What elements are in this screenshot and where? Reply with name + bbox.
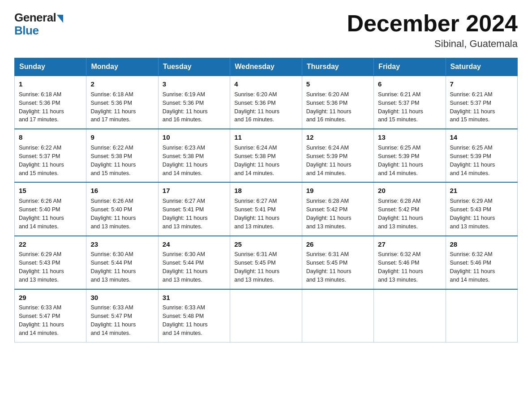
logo: General Blue [14,11,63,38]
day-info: Sunrise: 6:29 AMSunset: 5:43 PMDaylight:… [19,251,64,283]
calendar-cell: 2Sunrise: 6:18 AMSunset: 5:36 PMDaylight… [86,76,158,129]
day-number: 11 [234,133,297,142]
logo-blue-text: Blue [14,24,39,38]
logo-general-text: General [14,11,56,25]
day-number: 19 [306,186,369,196]
day-number: 29 [19,293,82,303]
day-info: Sunrise: 6:19 AMSunset: 5:36 PMDaylight:… [163,91,208,123]
calendar-cell [230,289,302,342]
day-info: Sunrise: 6:33 AMSunset: 5:47 PMDaylight:… [19,304,64,336]
day-number: 10 [163,133,226,142]
calendar-cell [446,289,517,342]
calendar-cell: 7Sunrise: 6:21 AMSunset: 5:37 PMDaylight… [446,76,517,129]
day-info: Sunrise: 6:21 AMSunset: 5:37 PMDaylight:… [378,91,423,123]
calendar-cell: 6Sunrise: 6:21 AMSunset: 5:37 PMDaylight… [374,76,446,129]
calendar-cell: 28Sunrise: 6:32 AMSunset: 5:46 PMDayligh… [446,236,517,289]
day-info: Sunrise: 6:26 AMSunset: 5:40 PMDaylight:… [19,198,64,230]
day-number: 17 [163,186,226,196]
day-info: Sunrise: 6:30 AMSunset: 5:44 PMDaylight:… [163,251,208,283]
day-number: 25 [234,240,297,249]
calendar-header-wednesday: Wednesday [230,58,302,76]
day-number: 15 [19,186,82,196]
calendar-cell [302,289,373,342]
day-number: 6 [378,79,441,89]
day-number: 4 [234,79,297,89]
day-info: Sunrise: 6:32 AMSunset: 5:46 PMDaylight:… [450,251,495,283]
calendar-cell: 5Sunrise: 6:20 AMSunset: 5:36 PMDaylight… [302,76,373,129]
day-number: 16 [90,186,154,196]
calendar-cell: 16Sunrise: 6:26 AMSunset: 5:40 PMDayligh… [86,182,158,235]
calendar-header-friday: Friday [374,58,446,76]
calendar-cell: 3Sunrise: 6:19 AMSunset: 5:36 PMDaylight… [158,76,230,129]
calendar-header-thursday: Thursday [302,58,373,76]
day-number: 24 [163,240,226,249]
day-number: 7 [450,79,513,89]
day-number: 27 [378,240,441,249]
day-number: 5 [306,79,369,89]
calendar-header-monday: Monday [86,58,158,76]
day-info: Sunrise: 6:25 AMSunset: 5:39 PMDaylight:… [450,145,495,176]
calendar-table: SundayMondayTuesdayWednesdayThursdayFrid… [14,58,518,342]
day-info: Sunrise: 6:29 AMSunset: 5:43 PMDaylight:… [450,198,495,230]
day-info: Sunrise: 6:21 AMSunset: 5:37 PMDaylight:… [450,91,495,123]
day-info: Sunrise: 6:25 AMSunset: 5:39 PMDaylight:… [378,145,423,176]
day-number: 3 [163,79,226,89]
calendar-cell: 20Sunrise: 6:28 AMSunset: 5:42 PMDayligh… [374,182,446,235]
day-info: Sunrise: 6:33 AMSunset: 5:47 PMDaylight:… [90,304,136,336]
calendar-header-saturday: Saturday [446,58,517,76]
day-number: 13 [378,133,441,142]
day-number: 20 [378,186,441,196]
day-info: Sunrise: 6:32 AMSunset: 5:46 PMDaylight:… [378,251,423,283]
day-number: 23 [90,240,154,249]
day-number: 28 [450,240,513,249]
calendar-cell: 31Sunrise: 6:33 AMSunset: 5:48 PMDayligh… [158,289,230,342]
day-info: Sunrise: 6:28 AMSunset: 5:42 PMDaylight:… [378,198,423,230]
day-info: Sunrise: 6:31 AMSunset: 5:45 PMDaylight:… [234,251,279,283]
day-number: 26 [306,240,369,249]
day-number: 30 [90,293,154,303]
calendar-cell: 19Sunrise: 6:28 AMSunset: 5:42 PMDayligh… [302,182,373,235]
calendar-cell: 29Sunrise: 6:33 AMSunset: 5:47 PMDayligh… [15,289,86,342]
day-info: Sunrise: 6:26 AMSunset: 5:40 PMDaylight:… [90,198,136,230]
day-info: Sunrise: 6:28 AMSunset: 5:42 PMDaylight:… [306,198,352,230]
calendar-cell: 23Sunrise: 6:30 AMSunset: 5:44 PMDayligh… [86,236,158,289]
calendar-cell: 9Sunrise: 6:22 AMSunset: 5:38 PMDaylight… [86,129,158,182]
calendar-week-1: 1Sunrise: 6:18 AMSunset: 5:36 PMDaylight… [15,76,518,129]
day-info: Sunrise: 6:18 AMSunset: 5:36 PMDaylight:… [90,91,136,123]
day-number: 9 [90,133,154,142]
main-title: December 2024 [347,11,518,36]
calendar-header-sunday: Sunday [15,58,86,76]
day-number: 12 [306,133,369,142]
calendar-cell: 30Sunrise: 6:33 AMSunset: 5:47 PMDayligh… [86,289,158,342]
day-info: Sunrise: 6:30 AMSunset: 5:44 PMDaylight:… [90,251,136,283]
calendar-cell: 8Sunrise: 6:22 AMSunset: 5:37 PMDaylight… [15,129,86,182]
calendar-cell: 11Sunrise: 6:24 AMSunset: 5:38 PMDayligh… [230,129,302,182]
subtitle: Sibinal, Guatemala [347,38,518,50]
calendar-cell [374,289,446,342]
day-info: Sunrise: 6:22 AMSunset: 5:37 PMDaylight:… [19,145,64,176]
calendar-cell: 1Sunrise: 6:18 AMSunset: 5:36 PMDaylight… [15,76,86,129]
calendar-cell: 13Sunrise: 6:25 AMSunset: 5:39 PMDayligh… [374,129,446,182]
calendar-header-tuesday: Tuesday [158,58,230,76]
day-info: Sunrise: 6:27 AMSunset: 5:41 PMDaylight:… [163,198,208,230]
calendar-cell: 10Sunrise: 6:23 AMSunset: 5:38 PMDayligh… [158,129,230,182]
calendar-cell: 24Sunrise: 6:30 AMSunset: 5:44 PMDayligh… [158,236,230,289]
day-number: 18 [234,186,297,196]
calendar-cell: 4Sunrise: 6:20 AMSunset: 5:36 PMDaylight… [230,76,302,129]
calendar-cell: 15Sunrise: 6:26 AMSunset: 5:40 PMDayligh… [15,182,86,235]
day-info: Sunrise: 6:24 AMSunset: 5:38 PMDaylight:… [234,145,279,176]
day-info: Sunrise: 6:33 AMSunset: 5:48 PMDaylight:… [163,304,208,336]
day-number: 2 [90,79,154,89]
day-info: Sunrise: 6:31 AMSunset: 5:45 PMDaylight:… [306,251,352,283]
calendar-cell: 12Sunrise: 6:24 AMSunset: 5:39 PMDayligh… [302,129,373,182]
day-info: Sunrise: 6:27 AMSunset: 5:41 PMDaylight:… [234,198,279,230]
calendar-week-4: 22Sunrise: 6:29 AMSunset: 5:43 PMDayligh… [15,236,518,289]
day-info: Sunrise: 6:24 AMSunset: 5:39 PMDaylight:… [306,145,352,176]
calendar-cell: 27Sunrise: 6:32 AMSunset: 5:46 PMDayligh… [374,236,446,289]
page-header: General Blue December 2024 Sibinal, Guat… [14,11,518,50]
day-number: 21 [450,186,513,196]
calendar-cell: 22Sunrise: 6:29 AMSunset: 5:43 PMDayligh… [15,236,86,289]
calendar-cell: 21Sunrise: 6:29 AMSunset: 5:43 PMDayligh… [446,182,517,235]
day-info: Sunrise: 6:20 AMSunset: 5:36 PMDaylight:… [234,91,279,123]
day-number: 8 [19,133,82,142]
